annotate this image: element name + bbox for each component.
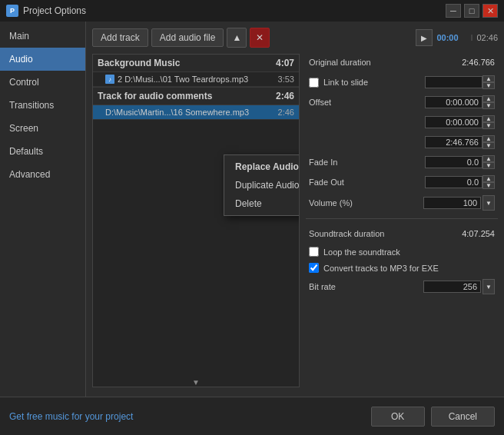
start-from-row: ▲ ▼ [306, 114, 498, 131]
bit-rate-dropdown: ▼ [423, 279, 495, 294]
minimize-button[interactable]: ─ [446, 4, 461, 18]
bg-music-duration: 4:07 [276, 58, 294, 68]
track-duration-1: 3:53 [278, 75, 294, 84]
divider-1 [306, 218, 498, 219]
context-menu: Replace Audio File Duplicate Audio Clip … [224, 154, 300, 216]
audio-comments-header: Track for audio comments 2:46 [93, 87, 299, 105]
free-music-link[interactable]: Get free music for your project [9, 411, 133, 422]
bit-rate-input[interactable] [423, 281, 481, 293]
playback-controls: ▶ 00:00 02:46 [416, 29, 498, 46]
context-menu-duplicate[interactable]: Duplicate Audio Clip [224, 176, 300, 194]
window-controls: ─ □ ✕ [446, 4, 498, 18]
sidebar-item-transitions[interactable]: Transitions [0, 94, 85, 117]
add-track-button[interactable]: Add track [92, 28, 148, 47]
convert-mp3-row: Convert tracks to MP3 for EXE [306, 261, 498, 274]
title-bar: P Project Options ─ □ ✕ [0, 0, 504, 22]
fade-in-up[interactable]: ▲ [482, 155, 495, 162]
fade-out-input[interactable] [425, 176, 482, 188]
link-to-slide-label: Link to slide [323, 78, 368, 87]
sidebar-item-advanced[interactable]: Advanced [0, 163, 85, 186]
fade-in-down[interactable]: ▼ [482, 162, 495, 169]
link-to-slide-row: Link to slide ▲ ▼ [306, 74, 498, 91]
convert-mp3-label: Convert tracks to MP3 for EXE [323, 264, 439, 273]
start-spinner-down[interactable]: ▼ [482, 122, 495, 129]
start-spinner-up[interactable]: ▲ [482, 115, 495, 122]
toolbar: Add track Add audio file ▲ ✕ ▶ 00:00 02:… [92, 28, 498, 48]
end-spinner-down[interactable]: ▼ [482, 142, 495, 149]
offset-spinner-up[interactable]: ▲ [482, 95, 495, 102]
dialog-body: Main Audio Control Transitions Screen De… [0, 22, 504, 397]
volume-dropdown-btn[interactable]: ▼ [482, 195, 495, 211]
track-duration-2: 2:46 [278, 108, 294, 117]
volume-label: Volume (%) [309, 198, 353, 208]
track-item-2[interactable]: D:\Music\Martin...\16 Somewhere.mp3 2:46 [93, 105, 299, 120]
context-menu-delete[interactable]: Delete Del [224, 194, 300, 213]
track-icon-1: ♪ [105, 75, 114, 84]
sidebar-item-main[interactable]: Main [0, 25, 85, 48]
panels: Background Music 4:07 ♪ 2 D:\Musi...\01 … [92, 54, 498, 387]
start-from-input[interactable] [425, 116, 482, 128]
track-name-2: D:\Music\Martin...\16 Somewhere.mp3 [105, 108, 249, 117]
context-duplicate-label: Duplicate Audio Clip [235, 180, 300, 191]
bottom-buttons: OK Cancel [371, 407, 495, 427]
audio-comments-duration: 2:46 [276, 91, 294, 101]
volume-dropdown: ▼ [423, 195, 495, 211]
loop-soundtrack-checkbox[interactable] [309, 247, 319, 257]
fade-out-label: Fade Out [309, 178, 344, 187]
context-replace-label: Replace Audio File [235, 161, 300, 172]
scroll-arrow: ▼ [192, 378, 200, 387]
add-audio-file-button[interactable]: Add audio file [151, 28, 224, 47]
context-menu-replace[interactable]: Replace Audio File [224, 158, 300, 176]
offset-label: Offset [309, 98, 331, 107]
end-at-input[interactable] [425, 136, 482, 148]
bit-rate-row: Bit rate ▼ [306, 277, 498, 296]
offset-input[interactable] [425, 96, 482, 108]
end-spinner-up[interactable]: ▲ [482, 135, 495, 142]
convert-mp3-checkbox[interactable] [309, 263, 319, 273]
end-time: 02:46 [476, 33, 498, 42]
original-duration-row: Original duration 2:46.766 [306, 54, 498, 71]
link-to-slide-input[interactable] [425, 76, 482, 88]
window-title: Project Options [23, 5, 446, 16]
start-from-spinner: ▲ ▼ [425, 115, 495, 129]
close-button[interactable]: ✕ [482, 4, 498, 18]
soundtrack-duration-row: Soundtrack duration 4:07.254 [306, 225, 498, 242]
app-icon: P [6, 5, 18, 17]
soundtrack-duration-value: 4:07.254 [462, 229, 495, 238]
play-button[interactable]: ▶ [416, 29, 433, 46]
delete-button[interactable]: ✕ [250, 28, 270, 48]
bit-rate-dropdown-btn[interactable]: ▼ [482, 279, 495, 294]
sidebar-item-defaults[interactable]: Defaults [0, 140, 85, 163]
offset-spinner-down[interactable]: ▼ [482, 102, 495, 109]
volume-input[interactable] [423, 197, 481, 209]
loop-soundtrack-label: Loop the soundtrack [323, 247, 400, 257]
link-spinner-down[interactable]: ▼ [482, 82, 495, 89]
current-time: 00:00 [436, 33, 467, 42]
track-item-1[interactable]: ♪ 2 D:\Musi...\01 Two Teardrops.mp3 3:53 [93, 72, 299, 87]
track-name-1: 2 D:\Musi...\01 Two Teardrops.mp3 [118, 75, 248, 84]
fade-out-down[interactable]: ▼ [482, 182, 495, 189]
audio-comments-label: Track for audio comments [98, 91, 212, 101]
original-duration-value: 2:46.766 [462, 58, 495, 67]
fade-in-input[interactable] [425, 156, 482, 168]
track-list: Background Music 4:07 ♪ 2 D:\Musi...\01 … [92, 54, 300, 387]
link-to-slide-spinner: ▲ ▼ [425, 75, 495, 89]
context-delete-label: Delete [235, 198, 262, 209]
fade-out-row: Fade Out ▲ ▼ [306, 174, 498, 191]
cancel-button[interactable]: Cancel [431, 407, 495, 427]
bg-music-label: Background Music [98, 58, 180, 68]
move-up-button[interactable]: ▲ [227, 28, 247, 48]
sidebar-item-audio[interactable]: Audio [0, 48, 85, 71]
ok-button[interactable]: OK [371, 407, 425, 427]
offset-spinner: ▲ ▼ [425, 95, 495, 109]
soundtrack-duration-label: Soundtrack duration [309, 229, 384, 238]
fade-in-spinner: ▲ ▼ [425, 155, 495, 169]
fade-out-up[interactable]: ▲ [482, 175, 495, 182]
maximize-button[interactable]: □ [464, 4, 479, 18]
link-spinner-up[interactable]: ▲ [482, 75, 495, 82]
volume-row: Volume (%) ▼ [306, 194, 498, 212]
sidebar-item-screen[interactable]: Screen [0, 117, 85, 140]
sidebar-item-control[interactable]: Control [0, 71, 85, 94]
progress-track[interactable] [471, 35, 472, 41]
link-to-slide-checkbox[interactable] [309, 78, 319, 88]
